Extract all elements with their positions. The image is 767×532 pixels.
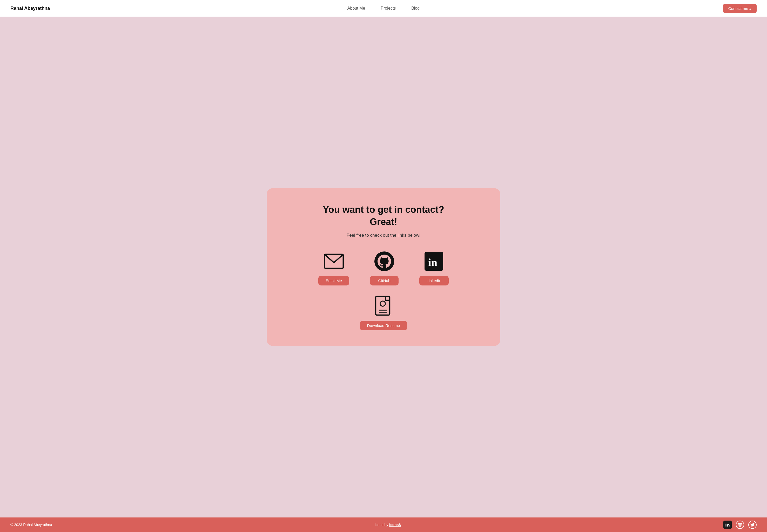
contact-card: You want to get in contact?Great! Feel f…	[267, 188, 500, 346]
resume-icon	[373, 296, 394, 317]
contact-me-button[interactable]: Contact me »	[723, 4, 757, 13]
card-subtitle: Feel free to check out the links below!	[287, 233, 480, 238]
nav-link-about[interactable]: About Me	[347, 6, 365, 10]
linkedin-contact-item: in LinkedIn	[419, 251, 449, 285]
nav-link-blog[interactable]: Blog	[411, 6, 420, 10]
email-icon	[323, 251, 344, 272]
github-icon	[374, 251, 395, 272]
footer-icons-credit: Icons by Icons8	[375, 523, 401, 527]
linkedin-button[interactable]: LinkedIn	[419, 276, 449, 285]
linkedin-icon: in	[424, 251, 444, 272]
main-content: You want to get in contact?Great! Feel f…	[0, 17, 767, 517]
footer-copyright: © 2023 Rahal Abeyrathna	[10, 523, 52, 527]
card-title: You want to get in contact?Great!	[287, 204, 480, 228]
nav-brand: Rahal Abeyrathna	[10, 6, 50, 11]
svg-point-8	[726, 523, 727, 524]
footer-linkedin-icon[interactable]	[723, 521, 732, 529]
svg-text:in: in	[428, 256, 437, 268]
github-button[interactable]: GitHub	[370, 276, 399, 285]
nav-links: About Me Projects Blog	[347, 6, 420, 11]
navbar: Rahal Abeyrathna About Me Projects Blog …	[0, 0, 767, 17]
resume-section: Download Resume	[287, 296, 480, 330]
footer-twitter-icon[interactable]	[748, 521, 757, 529]
footer: © 2023 Rahal Abeyrathna Icons by Icons8	[0, 517, 767, 532]
footer-globe-icon[interactable]	[736, 521, 744, 529]
contact-icons-row: Email Me GitHub in	[287, 251, 480, 285]
email-contact-item: Email Me	[318, 251, 349, 285]
footer-socials	[723, 521, 757, 529]
email-me-button[interactable]: Email Me	[318, 276, 349, 285]
icons8-link[interactable]: Icons8	[389, 523, 401, 527]
nav-link-projects[interactable]: Projects	[380, 6, 396, 10]
svg-point-5	[380, 301, 385, 306]
download-resume-button[interactable]: Download Resume	[360, 321, 408, 330]
svg-point-1	[374, 251, 394, 271]
github-contact-item: GitHub	[370, 251, 399, 285]
